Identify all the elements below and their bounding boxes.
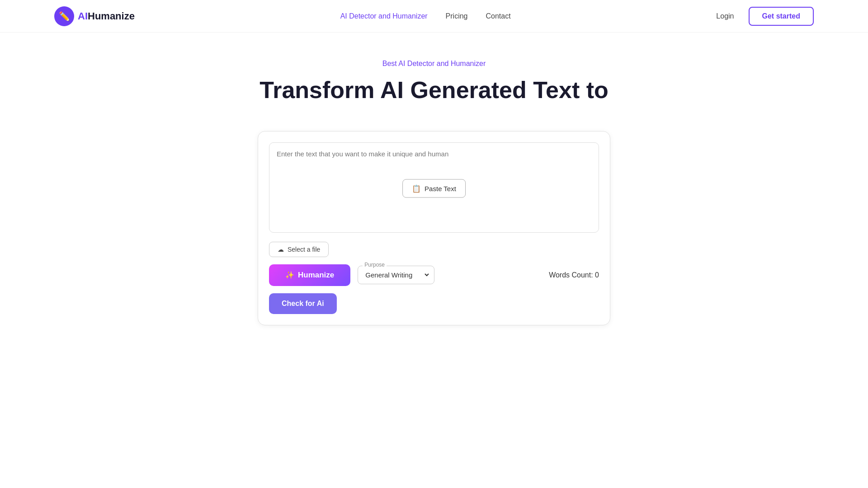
purpose-label: Purpose [363, 262, 387, 268]
humanize-button-label: Humanize [298, 271, 334, 280]
cloud-icon: ☁ [278, 246, 284, 253]
paste-button-label: Paste Text [425, 184, 456, 192]
nav-pricing[interactable]: Pricing [446, 12, 468, 20]
get-started-button[interactable]: Get started [749, 7, 814, 26]
logo[interactable]: ✏️ AIHumanize [54, 6, 135, 26]
select-file-label: Select a file [288, 246, 320, 253]
humanize-button[interactable]: ✨ Humanize [269, 264, 350, 286]
text-area-wrapper: 📋 Paste Text [269, 142, 599, 235]
clipboard-icon: 📋 [412, 184, 421, 192]
paste-button[interactable]: 📋 Paste Text [402, 179, 466, 197]
nav-contact[interactable]: Contact [486, 12, 511, 20]
nav-ai-detector[interactable]: AI Detector and Humanizer [340, 12, 428, 20]
nav-links: AI Detector and Humanizer Pricing Contac… [340, 12, 511, 20]
purpose-group: Purpose General Writing Academic Busines… [358, 266, 434, 284]
magic-icon: ✨ [285, 271, 294, 279]
nav-right: Login Get started [716, 7, 814, 26]
check-ai-row: Check for Ai [269, 293, 599, 314]
logo-text: AIHumanize [78, 10, 135, 22]
select-file-button[interactable]: ☁ Select a file [269, 242, 329, 257]
hero-badge: Best AI Detector and Humanizer [0, 60, 868, 68]
words-count: Words Count: 0 [549, 271, 599, 279]
login-link[interactable]: Login [716, 12, 734, 20]
hero-section: Best AI Detector and Humanizer Transform… [0, 33, 868, 122]
purpose-select[interactable]: General Writing Academic Business Creati… [362, 268, 430, 282]
hero-title: Transform AI Generated Text to [0, 77, 868, 104]
navbar: ✏️ AIHumanize AI Detector and Humanizer … [0, 0, 868, 33]
main-card: 📋 Paste Text ☁ Select a file ✨ Humanize … [258, 131, 610, 325]
controls-row: ☁ Select a file [269, 242, 599, 257]
check-ai-button[interactable]: Check for Ai [269, 293, 337, 314]
logo-icon: ✏️ [54, 6, 74, 26]
action-row: ✨ Humanize Purpose General Writing Acade… [269, 264, 599, 286]
